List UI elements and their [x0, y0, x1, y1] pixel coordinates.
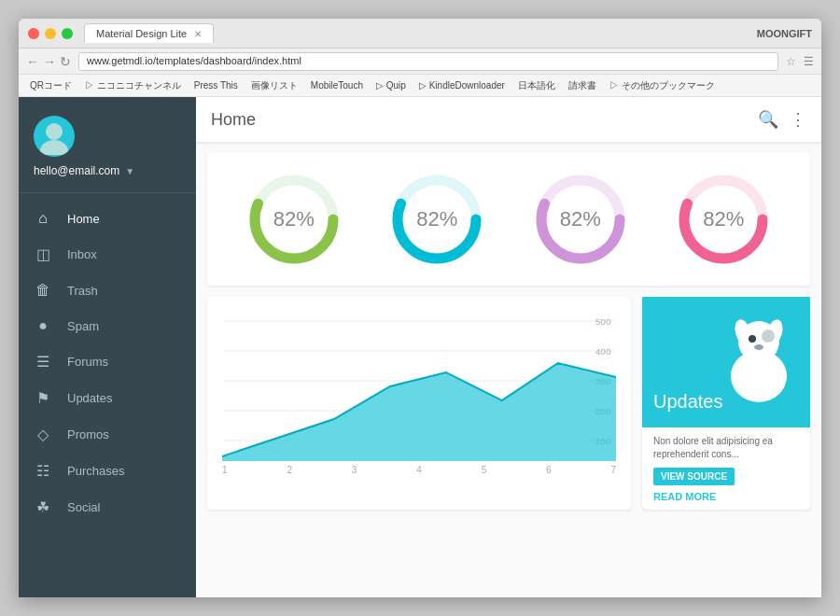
trash-icon: 🗑 [34, 282, 52, 299]
x-label-6: 6 [546, 465, 552, 475]
x-label-1: 1 [222, 465, 228, 475]
bookmark-pressthis[interactable]: Press This [190, 78, 242, 92]
svg-marker-20 [222, 363, 616, 461]
bookmark-qrcode[interactable]: QRコード [26, 77, 76, 94]
sidebar-label-inbox: Inbox [67, 247, 97, 261]
bookmark-japanese[interactable]: 日本語化 [514, 77, 559, 94]
x-label-7: 7 [610, 465, 616, 475]
updates-icon: ⚑ [34, 389, 52, 407]
user-email-row: hello@email.com ▼ [34, 164, 134, 177]
bookmarks-bar: QRコード ▷ ニコニコチャンネル Press This 画像リスト Mobil… [19, 75, 821, 97]
address-input[interactable]: www.getmdl.io/templates/dashboard/index.… [78, 52, 778, 71]
titlebar: Material Design Lite ✕ MOONGIFT [19, 19, 821, 49]
donut-label-2: 82% [416, 207, 457, 231]
sidebar-item-forums[interactable]: ☰ Forums [19, 343, 196, 380]
svg-text:500: 500 [595, 316, 611, 326]
app-container: hello@email.com ▼ ⌂ Home ◫ Inbox 🗑 Trash [19, 97, 821, 597]
sidebar-item-updates[interactable]: ⚑ Updates [19, 380, 196, 416]
bookmark-niconico[interactable]: ▷ ニコニコチャンネル [81, 77, 185, 94]
svg-point-0 [46, 123, 63, 140]
moongift-label: MOONGIFT [757, 28, 812, 39]
area-chart: 500 400 300 200 100 [222, 312, 616, 461]
tab-title: Material Design Lite [96, 28, 187, 39]
sidebar-label-social: Social [67, 500, 100, 514]
view-source-button[interactable]: VIEW SOURCE [653, 468, 735, 485]
svg-point-1 [40, 140, 68, 155]
sidebar-item-trash[interactable]: 🗑 Trash [19, 273, 196, 308]
dog-illustration [717, 306, 801, 413]
nav-buttons: ← → ↻ [26, 54, 71, 69]
chart-x-labels: 1 2 3 4 5 6 7 [222, 465, 616, 475]
bookmark-kindle[interactable]: ▷ KindleDownloader [415, 78, 509, 92]
sidebar-label-updates: Updates [67, 391, 112, 405]
page-title: Home [211, 110, 256, 130]
inbox-icon: ◫ [34, 245, 52, 263]
charts-section: 82% 82% 82% [207, 153, 810, 286]
donut-chart-2: 82% [385, 168, 488, 271]
x-label-2: 2 [287, 465, 292, 475]
donut-chart-4: 82% [672, 168, 775, 271]
sidebar-item-promos[interactable]: ◇ Promos [19, 416, 196, 453]
bottom-section: 500 400 300 200 100 1 2 [207, 297, 810, 510]
donut-label-4: 82% [703, 207, 744, 231]
sidebar-label-forums: Forums [67, 355, 108, 369]
sidebar-nav: ⌂ Home ◫ Inbox 🗑 Trash ● Spam ☰ Forum [19, 193, 196, 597]
back-icon[interactable]: ← [26, 54, 39, 69]
svg-point-27 [754, 344, 763, 350]
x-label-3: 3 [352, 465, 357, 475]
bookmark-mobiletouch[interactable]: MobileTouch [307, 78, 367, 92]
addressbar: ← → ↻ www.getmdl.io/templates/dashboard/… [19, 49, 821, 75]
sidebar-item-home[interactable]: ⌂ Home [19, 201, 196, 236]
social-icon: ☘ [34, 498, 52, 516]
sidebar-label-home: Home [67, 212, 100, 226]
promos-icon: ◇ [34, 426, 52, 443]
sidebar-item-inbox[interactable]: ◫ Inbox [19, 236, 196, 273]
search-icon[interactable]: 🔍 [758, 109, 778, 130]
svg-point-25 [749, 335, 756, 343]
window-controls [28, 28, 73, 39]
updates-card-top: Updates [642, 297, 810, 427]
header-actions: 🔍 ⋮ [758, 109, 806, 130]
minimize-button[interactable] [45, 28, 56, 39]
updates-card-text: Non dolore elit adipisicing ea reprehend… [653, 435, 799, 461]
updates-card-bottom: Non dolore elit adipisicing ea reprehend… [642, 427, 810, 510]
user-email: hello@email.com [34, 164, 119, 177]
sidebar-item-social[interactable]: ☘ Social [19, 489, 196, 525]
main-content: Home 🔍 ⋮ 82% [196, 97, 821, 597]
donut-chart-1: 82% [243, 168, 345, 271]
sidebar-item-spam[interactable]: ● Spam [19, 308, 196, 343]
browser-tab[interactable]: Material Design Lite ✕ [84, 23, 214, 43]
main-header: Home 🔍 ⋮ [196, 97, 821, 142]
svg-text:400: 400 [595, 346, 611, 356]
svg-point-28 [762, 329, 775, 343]
bookmark-invoice[interactable]: 請求書 [565, 77, 600, 94]
user-profile: hello@email.com ▼ [19, 97, 196, 193]
donut-chart-3: 82% [529, 168, 632, 271]
sidebar: hello@email.com ▼ ⌂ Home ◫ Inbox 🗑 Trash [19, 97, 196, 597]
purchases-icon: ☷ [34, 462, 52, 480]
x-label-5: 5 [482, 465, 487, 475]
bookmark-other[interactable]: ▷ その他のブックマーク [606, 77, 719, 94]
tab-close-icon[interactable]: ✕ [194, 29, 202, 39]
dropdown-icon[interactable]: ▼ [125, 166, 134, 176]
forums-icon: ☰ [34, 353, 52, 371]
more-icon[interactable]: ⋮ [790, 109, 806, 130]
bookmark-quip[interactable]: ▷ Quip [372, 78, 410, 92]
avatar [34, 116, 75, 157]
x-label-4: 4 [416, 465, 422, 475]
settings-icon[interactable]: ☰ [804, 55, 814, 68]
sidebar-label-promos: Promos [67, 427, 109, 441]
read-more-link[interactable]: READ MORE [653, 491, 799, 502]
donut-label-1: 82% [273, 207, 315, 231]
updates-card: Updates Non dolore elit adipisicing ea r… [642, 297, 810, 510]
home-icon: ⌂ [34, 210, 52, 227]
maximize-button[interactable] [62, 28, 73, 39]
forward-icon[interactable]: → [43, 54, 56, 69]
bookmark-icon[interactable]: ☆ [786, 55, 796, 68]
bookmark-imagelist[interactable]: 画像リスト [247, 77, 301, 94]
close-button[interactable] [28, 28, 39, 39]
refresh-icon[interactable]: ↻ [60, 54, 71, 69]
donut-label-3: 82% [560, 207, 601, 231]
spam-icon: ● [34, 317, 52, 334]
sidebar-item-purchases[interactable]: ☷ Purchases [19, 453, 196, 489]
